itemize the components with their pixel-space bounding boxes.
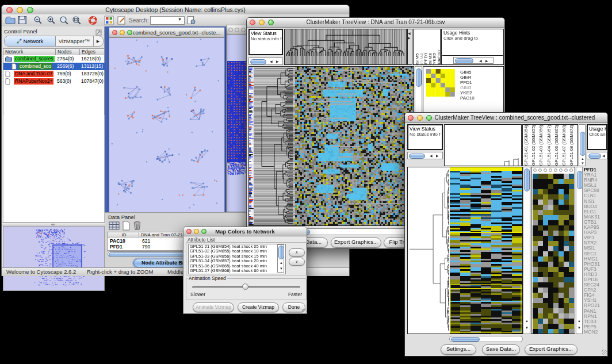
animate-vizmap-button[interactable]: Animate Vizmap (193, 302, 234, 312)
view-status-scrollbar[interactable]: ◀▶ (407, 152, 443, 159)
gene-label[interactable]: GIM5 (460, 70, 475, 75)
network-row-rnapuber[interactable]: RNAPuberNov2+ 563(0) 107847(0) (3, 78, 106, 85)
search-dropdown-icon[interactable]: ▼ (178, 17, 182, 21)
minimize-icon[interactable] (194, 229, 199, 234)
dense-network-grid-canvas[interactable] (227, 61, 247, 176)
heatmap-canvas[interactable] (450, 167, 522, 334)
column-label[interactable]: GPL51-06 (GSM865) (554, 125, 561, 166)
column-dendrogram-canvas[interactable] (285, 29, 406, 64)
column-header-nodes[interactable]: Nodes (56, 49, 80, 55)
zoom-in-icon[interactable] (47, 16, 56, 27)
column-dendrogram-canvas[interactable] (445, 125, 521, 166)
heatmap-canvas[interactable] (295, 67, 414, 225)
column-label[interactable]: GPL51-01 (GSM854) (523, 125, 531, 166)
zoom-window-icon[interactable] (241, 28, 246, 32)
column-label[interactable]: GPL51-04 (GSM857) (546, 125, 554, 166)
open-folder-icon[interactable] (5, 16, 16, 27)
column-label[interactable]: GIM5 (414, 30, 419, 64)
network-overview-panel[interactable] (3, 226, 105, 291)
zoom-hscrollbar[interactable]: ◀▶ (453, 57, 494, 64)
zoom-heatmap-canvas[interactable] (531, 167, 575, 334)
resize-grip[interactable] (302, 309, 307, 313)
help-lifering-icon[interactable] (88, 16, 98, 28)
treeview1-titlebar[interactable]: ClusterMaker TreeView : DNA and Tran 07-… (247, 18, 504, 28)
minimize-icon[interactable] (259, 20, 265, 25)
close-icon[interactable] (112, 30, 117, 35)
zoom-window-icon[interactable] (268, 20, 274, 25)
usage-hints-scrollbar[interactable]: ◀ (587, 152, 607, 159)
resize-grip[interactable] (602, 350, 607, 355)
close-icon[interactable] (228, 28, 233, 32)
new-attribute-icon[interactable] (122, 221, 131, 233)
minimize-icon[interactable] (417, 115, 423, 121)
column-label[interactable]: PFD1 (423, 30, 427, 64)
delete-attribute-trash-icon[interactable] (133, 221, 141, 233)
mini-splitter[interactable]: ◀▶ (407, 29, 412, 65)
column-label[interactable]: GIM4 (419, 30, 423, 64)
column-header-edges[interactable]: Edges (80, 49, 104, 55)
overview-canvas[interactable] (3, 227, 103, 289)
network-view-window-background[interactable] (226, 25, 248, 212)
close-icon[interactable] (6, 7, 13, 13)
annotation-icon[interactable] (117, 16, 127, 28)
network-row-combined-scores[interactable]: combined_scores 2764(0) 16218(0) (3, 55, 106, 63)
minimize-icon[interactable] (120, 30, 125, 35)
column-label[interactable]: GPL51-08 (GSM872) (569, 125, 576, 166)
network-row-combined-sco-selected[interactable]: combined_sco 2569(6) 13112(15) (3, 63, 106, 70)
column-header-network[interactable]: Network (3, 49, 56, 55)
main-titlebar[interactable]: Cytoscape Desktop (Session Name: collins… (2, 5, 349, 15)
speed-slider-thumb[interactable] (242, 283, 248, 290)
column-label[interactable]: GPL51-03 (GSM856) (538, 125, 546, 166)
close-icon[interactable] (408, 115, 414, 121)
tab-vizmapper[interactable]: VizMapper™ (55, 36, 94, 46)
gene-list-vscrollbar[interactable]: ▲▼ (576, 167, 583, 334)
settings-button[interactable]: Settings... (441, 344, 476, 355)
zoom-heatmap-panel[interactable] (531, 167, 575, 334)
network-graph-canvas[interactable] (110, 38, 224, 212)
network-view-titlebar[interactable]: combined_scores_good.txt--cluste... (109, 28, 224, 38)
gene-label[interactable]: MON2 (584, 329, 608, 334)
zoom-out-icon[interactable] (33, 16, 43, 27)
gene-label[interactable]: YKE2 (460, 90, 475, 95)
zoom-window-icon[interactable] (27, 7, 33, 13)
zoom-window-icon[interactable] (426, 115, 432, 121)
save-icon[interactable] (17, 16, 27, 27)
gene-label[interactable]: GIM3 (460, 85, 475, 90)
treeview2-titlebar[interactable]: ClusterMaker TreeView : combined_scores_… (405, 113, 607, 123)
heatmap-vscrollbar[interactable]: ▲▼ (523, 167, 530, 334)
column-label[interactable]: GPL51-02 (GSM855) (531, 125, 538, 166)
move-up-button[interactable]: ∧ (289, 248, 305, 256)
column-label[interactable]: PAC10 (436, 30, 441, 64)
close-icon[interactable] (186, 229, 192, 234)
network-row-dna-tran[interactable]: DNA and Tran 07 769(0) 183728(0) (3, 70, 106, 78)
zoom-fit-icon[interactable] (59, 16, 69, 27)
column-labels-vscrollbar[interactable]: ▲▼ (579, 124, 586, 166)
create-vizmap-button[interactable]: Create Vizmap (238, 302, 279, 312)
zoom-heatmap-canvas[interactable] (426, 69, 455, 97)
zoom-selected-icon[interactable] (72, 16, 82, 27)
move-down-button[interactable]: ∨ (289, 258, 305, 266)
treeview2-hscrollbar[interactable] (449, 336, 523, 342)
zoom-window-icon[interactable] (201, 229, 206, 234)
gene-label[interactable]: GIM4 (460, 75, 475, 80)
row-dendrogram-canvas[interactable] (254, 67, 295, 225)
column-label[interactable]: YKE2 (431, 30, 436, 64)
network-view-window[interactable]: combined_scores_good.txt--cluste... (109, 27, 225, 213)
gene-label[interactable]: PFD1 (460, 80, 475, 85)
select-attributes-icon[interactable] (109, 221, 120, 233)
attribute-browser-icon[interactable] (187, 16, 196, 28)
column-label[interactable]: GPL51-07 (GSM868) (561, 125, 569, 166)
minimize-icon[interactable] (235, 28, 239, 32)
column-label[interactable]: GIM3 (427, 30, 432, 64)
column-dendrogram-panel[interactable] (444, 124, 522, 166)
tab-overflow-button[interactable]: ▶ (93, 36, 103, 46)
column-dendrogram-panel[interactable] (284, 29, 407, 65)
gene-label[interactable]: PAC10 (460, 95, 475, 101)
minimize-icon[interactable] (17, 7, 23, 13)
zoom-window-icon[interactable] (127, 30, 132, 35)
tab-network[interactable]: Network (5, 36, 56, 46)
view-status-scrollbar[interactable]: ◀▶ (248, 58, 283, 65)
attribute-list-item[interactable]: GPL51-07 (GSM868) heat shock 60 min (189, 269, 285, 273)
attribute-list-vscrollbar[interactable]: ▲▼ (277, 244, 284, 273)
save-data-button[interactable]: Save Data... (482, 344, 520, 355)
